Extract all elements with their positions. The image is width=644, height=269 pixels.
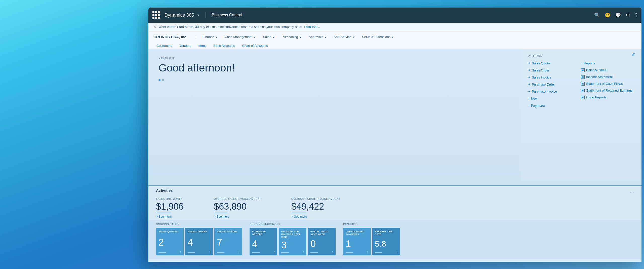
action-sales-order[interactable]: + Sales Order	[528, 67, 581, 73]
dot-active[interactable]	[158, 79, 160, 81]
activities-label: Activities	[156, 188, 173, 193]
tile-label-unprocessed: UNPROCESSED PAYMENTS	[346, 230, 368, 236]
tile-label-ongoing-purch: ONGOING PUR... INVOICES NEXT WEEK	[281, 230, 304, 238]
tile-value-unprocessed: 1	[346, 239, 368, 249]
tile-arrow-2: ›	[209, 250, 210, 253]
main-window: Dynamics 365 ∨ Business Central 🔍 🙂 💬 ⚙ …	[148, 8, 641, 262]
ongoing-sales-label: ONGOING SALES	[156, 223, 242, 226]
tile-label-purchase-orders: PURCHASE ORDERS	[252, 230, 275, 236]
activity-underline-3	[291, 213, 306, 213]
nav-top: CRONUS USA, Inc. | Finance ∨ Cash Manage…	[153, 33, 636, 40]
actions-label: ACTIONS	[528, 54, 634, 57]
tile-avg-col-days[interactable]: AVERAGE COL. DAYS 5.8 ›	[372, 228, 400, 255]
nav-item-cash-management[interactable]: Cash Management ∨	[222, 33, 259, 40]
settings-icon[interactable]: ⚙	[626, 12, 630, 18]
tile-sales-orders[interactable]: SALES ORDERS 4 ›	[185, 228, 213, 255]
help-icon[interactable]: ?	[635, 13, 637, 18]
activities-ellipsis[interactable]: ···	[630, 189, 634, 195]
action-cash-flows[interactable]: ▣ Statement of Cash Flows	[581, 81, 634, 86]
tile-value-sales-invoices: 7	[217, 238, 239, 247]
nav-chart-of-accounts[interactable]: Chart of Accounts	[239, 42, 271, 49]
tile-underline-8	[375, 252, 382, 253]
search-icon[interactable]: 🔍	[594, 12, 600, 18]
waffle-icon[interactable]	[152, 11, 160, 19]
ongoing-purchases-label: ONGOING PURCHASES	[250, 223, 336, 226]
tile-underline-3	[217, 252, 224, 253]
tile-value-ongoing-purch: 3	[281, 240, 304, 250]
nav-item-finance[interactable]: Finance ∨	[199, 33, 221, 40]
action-reports[interactable]: › Reports	[581, 60, 634, 66]
nav-item-self-service[interactable]: Self-Service ∨	[331, 33, 358, 40]
nav-item-purchasing[interactable]: Purchasing ∨	[279, 33, 305, 40]
activity-overdue-sales: OVERDUE SALES INVOICE AMOUNT $63,890 > S…	[214, 198, 261, 218]
tile-purchase-orders[interactable]: PURCHASE ORDERS 4 ›	[250, 228, 277, 255]
actions-section: ACTIONS + Sales Quote + Sales Order	[521, 49, 641, 185]
action-payments[interactable]: › Payments	[528, 103, 581, 108]
nav-item-approvals[interactable]: Approvals ∨	[306, 33, 330, 40]
tile-sales-quotes[interactable]: SALES QUOTES 2 ›	[156, 228, 184, 255]
payments-label: PAYMENTS	[343, 223, 400, 226]
nav-item-setup-extensions[interactable]: Setup & Extensions ∨	[359, 33, 397, 40]
nav-item-sales[interactable]: Sales ∨	[260, 33, 278, 40]
app-chevron[interactable]: ∨	[197, 13, 199, 17]
tile-arrow-5: ›	[303, 250, 304, 253]
tile-label-sales-invoices: SALES INVOICES	[217, 230, 239, 233]
action-sales-invoice[interactable]: + Sales Invoice	[528, 74, 581, 80]
tile-group-ongoing-purchases: ONGOING PURCHASES PURCHASE ORDERS 4 › ON…	[250, 223, 336, 255]
action-excel-reports[interactable]: ▣ Excel Reports	[581, 95, 634, 100]
tile-value-sales-orders: 4	[188, 238, 210, 247]
trial-banner: ✕ Want more? Start a free, 30-day trial …	[148, 23, 641, 31]
tile-underline-7	[346, 252, 353, 253]
tile-unprocessed-payments[interactable]: UNPROCESSED PAYMENTS 1 ›	[343, 228, 371, 255]
tile-ongoing-purch-invoices[interactable]: ONGOING PUR... INVOICES NEXT WEEK 3 ›	[279, 228, 306, 255]
tile-underline-4	[252, 252, 260, 253]
tile-value-sales-quotes: 2	[158, 238, 181, 247]
see-more-2[interactable]: > See more	[214, 215, 261, 218]
ongoing-sales-tiles: SALES QUOTES 2 › SALES ORDERS 4 › SALES …	[156, 228, 242, 255]
smiley-icon[interactable]: 🙂	[605, 12, 610, 18]
nav-bar: CRONUS USA, Inc. | Finance ∨ Cash Manage…	[148, 31, 641, 49]
see-more-1[interactable]: > See more	[156, 215, 184, 218]
activity-amount-3: $49,422	[291, 201, 340, 212]
action-purchase-order[interactable]: + Purchase Order	[528, 82, 581, 87]
action-income-statement[interactable]: ▣ Income Statement	[581, 74, 634, 80]
activity-sales-month: SALES THIS MONTH $1,906 > See more	[156, 198, 184, 218]
activity-underline-1	[156, 213, 171, 213]
nav-customers[interactable]: Customers	[153, 42, 175, 49]
tile-arrow-7: ›	[367, 250, 368, 253]
report-icon-2: ▣	[581, 75, 585, 79]
app-name[interactable]: Dynamics 365	[165, 13, 194, 18]
nav-menu: Finance ∨ Cash Management ∨ Sales ∨ Purc…	[199, 33, 397, 40]
chat-icon[interactable]: 💬	[615, 12, 621, 18]
tile-arrow-8: ›	[396, 250, 397, 253]
title-separator	[206, 12, 206, 18]
dot-inactive[interactable]	[162, 79, 164, 81]
nav-vendors[interactable]: Vendors	[176, 42, 194, 49]
report-icon-4: ▣	[581, 89, 585, 92]
app-subtitle: Business Central	[212, 13, 242, 17]
banner-close-button[interactable]: ✕	[153, 25, 156, 29]
action-balance-sheet[interactable]: ▣ Balance Sheet	[581, 67, 634, 73]
activity-overdue-purch: OVERDUE PURCH. INVOICE AMOUNT $49,422 > …	[291, 198, 340, 218]
see-more-3[interactable]: > See more	[291, 215, 340, 218]
tile-sales-invoices[interactable]: SALES INVOICES 7 ›	[214, 228, 242, 255]
action-sales-quote[interactable]: + Sales Quote	[528, 60, 581, 66]
nav-items[interactable]: Items	[195, 42, 210, 49]
tile-purch-invoi-next-week[interactable]: PURCH. INVOI... NEXT WEEK 0 ›	[308, 228, 336, 255]
activity-amount-1: $1,906	[156, 201, 184, 212]
tile-value-purch-invoi: 0	[310, 239, 333, 249]
banner-link[interactable]: Start trial...	[304, 25, 320, 29]
headline-section: HEADLINE Good afternoon!	[148, 49, 521, 185]
banner-text: Want more? Start a free, 30-day trial to…	[158, 25, 302, 29]
action-retained-earnings[interactable]: ▣ Statement of Retained Earnings	[581, 88, 634, 93]
action-new[interactable]: › New	[528, 96, 581, 101]
tile-underline-1	[158, 252, 166, 253]
title-icons: 🔍 🙂 💬 ⚙ ?	[594, 12, 637, 18]
tile-value-purchase-orders: 4	[252, 239, 275, 249]
tile-label-sales-quotes: SALES QUOTES	[158, 230, 181, 233]
tile-underline-5	[281, 252, 289, 253]
headline-label: HEADLINE	[158, 57, 511, 60]
activities-row: SALES THIS MONTH $1,906 > See more OVERD…	[156, 198, 634, 218]
nav-bank-accounts[interactable]: Bank Accounts	[210, 42, 238, 49]
action-purchase-invoice[interactable]: + Purchase Invoice	[528, 89, 581, 94]
